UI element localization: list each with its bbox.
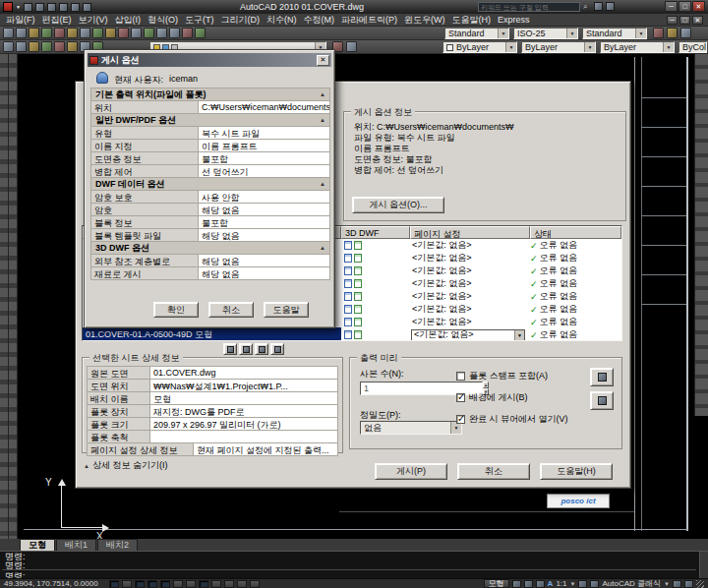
collapse-icon[interactable]: ▲	[320, 117, 325, 123]
minimize-button[interactable]: ─	[665, 1, 678, 12]
dialog-titlebar[interactable]: 게시 옵션 ✕	[88, 53, 331, 67]
favorites-star-icon[interactable]	[606, 2, 615, 11]
toolbar-cut-icon[interactable]	[80, 28, 90, 38]
open-viewer-checkbox[interactable]: ✓	[456, 415, 465, 424]
toolbar-publish-icon[interactable]	[67, 28, 78, 38]
tab-layout2[interactable]: 배치2	[97, 539, 138, 551]
preview-sheet-button[interactable]	[270, 343, 284, 355]
menu-file[interactable]: 파일(F)	[6, 14, 35, 27]
open-viewer-checkbox-row[interactable]: ✓ 완료 시 뷰어에서 열기(V)	[456, 413, 568, 426]
section-general-dwf-pdf[interactable]: 일반 DWF/PDF 옵션 ▲	[91, 114, 329, 127]
plot-stamp-checkbox[interactable]: ✓	[456, 372, 465, 381]
left-dock-toolbar-1[interactable]	[0, 54, 9, 539]
column-header-3ddwf[interactable]: 3D DWF	[341, 226, 410, 239]
grid-toggle[interactable]	[122, 580, 132, 588]
cancel-button[interactable]: 취소	[457, 463, 530, 480]
restore-button[interactable]: □	[678, 1, 691, 12]
qat-redo-icon[interactable]	[83, 3, 91, 12]
spin-up-button[interactable]: ▲	[483, 382, 489, 388]
table-style-combo[interactable]: Standard ▼	[582, 28, 647, 39]
toolbar-style-icon[interactable]	[667, 28, 678, 38]
toolbar-matchprop-icon[interactable]	[118, 28, 129, 38]
app-menu-arrow-icon[interactable]: ▼	[16, 4, 21, 10]
menu-draw[interactable]: 그리기(D)	[221, 14, 261, 27]
property-value[interactable]: 불포함	[199, 152, 329, 164]
quick-view-layouts-icon[interactable]	[512, 580, 521, 588]
menu-dimension[interactable]: 치수(N)	[266, 14, 297, 27]
column-header-page-setup[interactable]: 페이지 설정	[410, 226, 530, 239]
lwt-toggle[interactable]	[211, 580, 221, 588]
toolbar-lock-icon[interactable]	[673, 580, 681, 588]
toolbar-paste-icon[interactable]	[105, 28, 116, 38]
cancel-button[interactable]: 취소	[208, 302, 254, 318]
steering-wheel-icon[interactable]	[536, 580, 545, 588]
plotstyle-combo[interactable]: ByColor	[678, 41, 707, 53]
dyn-toggle[interactable]	[199, 580, 208, 588]
toolbar-properties-icon[interactable]	[182, 28, 193, 38]
chevron-down-icon[interactable]: ▼	[498, 29, 508, 38]
polar-toggle[interactable]	[148, 580, 157, 588]
plot-stamp-label[interactable]: 플롯 스탬프 포함(A)	[469, 370, 548, 382]
qat-undo-icon[interactable]	[71, 3, 80, 12]
clean-screen-icon[interactable]	[684, 580, 693, 588]
remove-sheets-button[interactable]	[239, 343, 253, 355]
chevron-down-icon[interactable]: ▼	[635, 29, 646, 38]
menu-modify[interactable]: 수정(M)	[304, 14, 335, 27]
property-value[interactable]: 사용 안함	[199, 191, 329, 203]
toolbar-plot-icon[interactable]	[41, 28, 52, 38]
property-value[interactable]: 불포함	[199, 216, 329, 228]
property-value[interactable]: 해당 없음	[199, 204, 329, 215]
qp-toggle[interactable]	[224, 580, 234, 588]
toolbar-zoom-icon[interactable]	[169, 28, 180, 38]
menu-insert[interactable]: 삽입(I)	[115, 14, 142, 27]
model-space-button[interactable]: 모형	[484, 579, 509, 588]
osnap-toggle[interactable]	[160, 580, 170, 588]
toolbar-new-icon[interactable]	[3, 28, 14, 38]
otrack-toggle[interactable]	[173, 580, 183, 588]
command-input[interactable]: 명령:	[2, 569, 696, 578]
menu-tools[interactable]: 도구(T)	[185, 14, 214, 27]
toolbar-open-icon[interactable]	[16, 28, 27, 38]
menu-parametric[interactable]: 파라메트릭(P)	[341, 14, 397, 27]
publish-button[interactable]: 게시(P)	[375, 463, 447, 480]
ducs-toggle[interactable]	[186, 580, 196, 588]
qat-plot-icon[interactable]	[59, 3, 68, 12]
toolbar-misc-icon[interactable]	[680, 28, 691, 38]
toolbar-preview-icon[interactable]	[54, 28, 65, 38]
ortho-toggle[interactable]	[135, 580, 145, 588]
collapse-icon[interactable]: ▲	[320, 245, 325, 251]
toolbar-help-icon[interactable]	[653, 28, 664, 38]
app-menu-icon[interactable]	[3, 2, 13, 12]
plot-stamp-settings-button[interactable]	[590, 368, 614, 386]
open-viewer-label[interactable]: 완료 시 뷰어에서 열기(V)	[469, 413, 568, 426]
page-setup-combo[interactable]: <기본값: 없음> ▼	[411, 329, 525, 341]
menu-edit[interactable]: 편집(E)	[42, 14, 72, 27]
page-setup-cell[interactable]: <기본값: 없음>	[410, 316, 530, 328]
ok-button[interactable]: 확인	[153, 302, 199, 318]
command-line-area[interactable]: 명령: 명령: 명령:	[0, 551, 708, 578]
lineweight-combo[interactable]: ByLayer ▼	[600, 41, 675, 53]
precision-combo[interactable]: 없음 ▼	[360, 421, 462, 435]
doc-close-button[interactable]: ✕	[692, 16, 703, 25]
sheet-name-cell-selected[interactable]: 01.COVER-01.A-0500-49D 모형	[83, 327, 341, 341]
output-location-button[interactable]	[590, 391, 614, 410]
add-sheets-button[interactable]	[223, 343, 237, 355]
property-value[interactable]: 해당 없음	[199, 255, 329, 266]
plot-stamp-checkbox-row[interactable]: ✓ 플롯 스탬프 포함(A)	[456, 370, 548, 382]
layer-iso-icon[interactable]	[41, 41, 52, 52]
communication-center-icon[interactable]	[594, 2, 603, 11]
match-layer-icon[interactable]	[346, 41, 357, 52]
collapse-icon[interactable]: ▲	[320, 181, 325, 187]
quick-view-drawings-icon[interactable]	[524, 580, 533, 588]
menu-view[interactable]: 보기(V)	[79, 14, 108, 27]
help-button[interactable]: 도움말(H)	[540, 463, 613, 480]
property-value[interactable]: 선 덮어쓰기	[199, 165, 329, 177]
menu-window[interactable]: 윈도우(W)	[404, 14, 445, 27]
toolbar-save-icon[interactable]	[29, 28, 39, 38]
command-scrollbar[interactable]	[699, 552, 708, 579]
toolbar-undo-icon[interactable]	[131, 28, 142, 38]
dim-style-combo[interactable]: ISO-25 ▼	[513, 28, 578, 39]
collapse-icon[interactable]: ▲	[320, 91, 325, 97]
qat-save-icon[interactable]	[47, 3, 56, 12]
linetype-combo[interactable]: ByLayer ▼	[521, 41, 596, 53]
